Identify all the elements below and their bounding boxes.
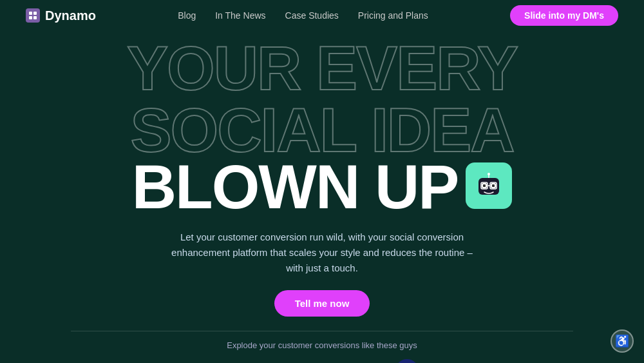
- robot-icon: [466, 162, 512, 209]
- list-item: PINCHme: [109, 359, 152, 363]
- nav-in-the-news[interactable]: In The News: [215, 10, 265, 21]
- svg-rect-2: [29, 16, 32, 19]
- navbar: Dynamo Blog In The News Case Studies Pri…: [0, 0, 644, 31]
- svg-rect-4: [478, 178, 499, 195]
- list-item: THE TOWMASTER: [430, 359, 489, 363]
- list-item: SuperPlay: [275, 359, 319, 363]
- list-item: MAFIA: [500, 359, 532, 363]
- logo-icon: 🎩: [395, 359, 419, 363]
- logos-tagline: Explode your customer conversions like t…: [13, 340, 631, 350]
- svg-rect-7: [483, 184, 486, 187]
- logo-text: Dynamo: [45, 8, 96, 23]
- logo[interactable]: Dynamo: [26, 8, 96, 23]
- list-item: ANIMAL KINGDOM: [543, 359, 602, 363]
- list-item: ▶ Payline: [163, 359, 205, 363]
- list-item: 🎩: [395, 359, 419, 363]
- logo-icon: [26, 8, 40, 23]
- list-item: 🌴PAPAYA: [50, 359, 97, 363]
- logos-section: Explode your customer conversions like t…: [0, 331, 644, 363]
- nav-links: Blog In The News Case Studies Pricing an…: [178, 10, 428, 21]
- svg-point-13: [488, 173, 490, 175]
- nav-case-studies[interactable]: Case Studies: [285, 10, 339, 21]
- accessibility-button[interactable]: ♿: [611, 329, 634, 353]
- list-item: MN: [14, 359, 38, 363]
- hero-line3: BLOWN UP: [132, 156, 459, 218]
- hero-line3-row: BLOWN UP: [132, 156, 513, 218]
- svg-rect-1: [33, 12, 37, 15]
- svg-rect-3: [33, 16, 37, 19]
- list-item: PINCHme: [614, 359, 644, 363]
- svg-rect-8: [492, 184, 495, 187]
- logos-row: 🎯 93GAMES MN 🌴PAPAYA PINCHme ▶ Payline: [13, 359, 631, 363]
- list-item: ⚗️SciPlay: [217, 359, 263, 363]
- hero-cta-button[interactable]: Tell me now: [274, 290, 370, 317]
- hero-section: YOUR EVERY SOCIAL IDEA BLOWN UP: [0, 31, 644, 317]
- list-item: GRAM GAMES: [330, 359, 384, 363]
- nav-pricing[interactable]: Pricing and Plans: [358, 10, 428, 21]
- list-item: 93GAMES: [0, 359, 3, 363]
- nav-blog[interactable]: Blog: [178, 10, 196, 21]
- svg-rect-0: [29, 12, 32, 15]
- nav-cta-button[interactable]: Slide into my DM's: [510, 5, 618, 26]
- hero-subtitle: Let your customer conversion run wild, w…: [167, 230, 477, 276]
- hero-line1: YOUR EVERY: [127, 37, 517, 99]
